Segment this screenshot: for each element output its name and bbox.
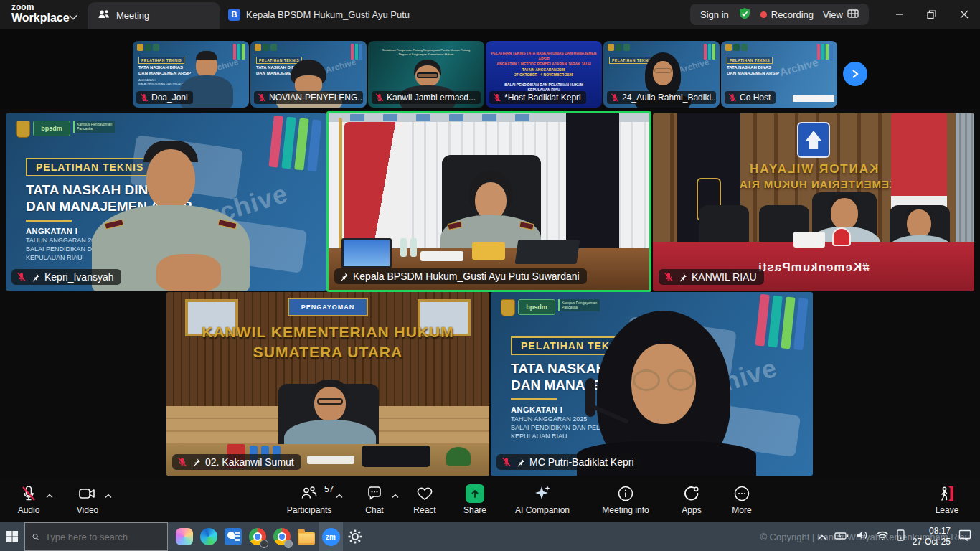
gallery-view-icon [847,9,859,21]
muted-mic-icon [728,93,737,102]
security-shield-icon[interactable] [738,7,751,22]
titlebar-actions: Sign in Recording View [690,4,869,25]
glasses [317,398,343,405]
windows-logo-icon [6,530,19,543]
tab-document[interactable]: B Kepala BPSDM Hukum_Gusti Ayu Putu [228,0,410,29]
apps-button[interactable]: Apps [676,483,707,515]
brand-zoom: zoom [11,3,70,12]
participants-button[interactable]: 57 Participants [278,483,340,515]
react-button[interactable]: React [409,483,440,515]
participant-name-label: Kepala BPSDM Hukum_Gusti Ayu Putu Suward… [334,268,587,284]
video-tile-kepri-ivansyah[interactable]: bpsdm Kampus Pengayoman Pancasila Archiv… [6,113,326,291]
view-button[interactable]: View [823,9,859,21]
tab-meeting[interactable]: Meeting [88,2,220,29]
leave-button[interactable]: Leave [931,483,963,515]
muted-mic-icon [493,93,501,102]
binder-spines [755,294,808,351]
thumbnail-row: PELATIHAN TEKNIS TATA NASKAH DINASDAN MA… [133,41,837,108]
audio-button[interactable]: Audio [13,483,44,515]
video-button[interactable]: Video [72,483,103,515]
video-thumbnail[interactable]: PELATIHAN TEKNIS Archive 24_Aulia Rahmi_… [603,41,720,108]
muted-mic-icon [611,93,619,102]
participant-name-label: 02. Kakanwil Sumut [172,454,301,470]
battery-icon[interactable] [834,530,849,543]
video-tile-kakanwil-sumut[interactable]: PENGAYOMAN KANWIL KEMENTERIAN HUKUM SUMA… [166,292,489,476]
monitor-screen [341,238,392,268]
video-tile-mc-putri[interactable]: bpsdm Kampus Pengayoman Pancasila Archiv… [491,292,813,476]
meeting-toolbar: Audio Video 57 Partic [0,478,980,522]
muted-mic-icon [501,457,512,467]
start-button[interactable] [0,522,24,551]
tab-meeting-label: Meeting [116,10,149,21]
glasses [654,68,672,73]
participant-name-label: MC Putri-Badiklat Kepri [496,454,641,470]
participants-options-chevron[interactable] [336,489,343,501]
taskbar-search[interactable] [24,522,168,551]
window-blinds [956,113,974,257]
hidden-icons-chevron[interactable] [818,530,826,543]
video-thumbnail[interactable]: PELATIHAN TEKNIS TATA NASKAH DINASDAN MA… [250,41,367,108]
binder-spines [268,116,321,172]
device-icon[interactable] [897,529,905,544]
close-button[interactable] [948,0,980,29]
document-tab-badge: B [228,9,240,21]
taskbar-chrome-icon-2[interactable] [270,522,294,551]
pengayoman-sign: PENGAYOMAN [288,298,368,316]
video-thumbnail[interactable]: PELATIHAN TEKNIS TATA NASKAH DINASDAN MA… [133,41,249,108]
taskbar-clock[interactable]: 08:17 27-Oct-25 [913,526,951,547]
taskbar-file-explorer-icon[interactable] [294,522,319,551]
zoom-workplace-logo: zoom Workplace [11,3,70,24]
taskbar-edge-icon[interactable] [197,522,221,551]
muted-mic-icon [258,93,266,102]
more-ellipsis-icon [733,483,750,504]
video-tile-kanwil-riau[interactable]: KANTOR WILAYAH KEMENTERIAN HUKUM RIAU #K… [653,113,974,291]
apps-icon [683,483,700,504]
next-participants-button[interactable] [843,62,867,86]
taskbar-office-icon[interactable] [221,522,245,551]
participant-name-label: Doa_Joni [136,91,193,104]
muted-mic-icon [17,272,27,282]
meeting-info-button[interactable]: Meeting info [594,483,657,515]
minimize-button[interactable] [883,0,915,29]
wall-text: KANWIL KEMENTERIAN HUKUM [166,324,489,341]
chat-options-chevron[interactable] [392,489,399,501]
recording-indicator[interactable]: Recording [760,9,814,20]
more-button[interactable]: More [726,483,758,515]
video-thumbnail[interactable]: PELATIHAN TEKNIS TATA NASKAH DINAS DAN M… [486,41,602,108]
volume-icon[interactable] [857,530,868,543]
chat-bubble-icon [366,483,383,504]
chevron-down-icon[interactable] [69,10,77,23]
video-thumbnail[interactable]: PELATIHAN TEKNIS TATA NASKAH DINASDAN MA… [721,41,837,108]
share-button[interactable]: Share [459,483,491,515]
pin-icon [678,273,687,282]
title-bar: zoom Workplace Meeting B Kepala BPSDM Hu… [0,0,980,29]
restore-button[interactable] [915,0,948,29]
video-thumbnail[interactable]: Sosialisasi Pengurusan Piutang Negara pa… [368,41,484,108]
tissue-box [793,232,825,248]
participant-name-label: KANWIL RIAU [659,269,764,285]
participant-name-label: *Host Badiklat Kepri [489,91,586,104]
pin-icon [31,273,40,282]
zoom-meeting-window: zoom Workplace Meeting B Kepala BPSDM Hu… [0,0,980,551]
window-controls [883,0,980,29]
taskbar-settings-icon[interactable] [343,522,367,551]
glasses [633,369,660,391]
meeting-people-icon [98,9,110,22]
bpsdm-logo: bpsdm [33,121,70,136]
bpsdm-logo: bpsdm [518,299,555,315]
taskbar-zoom-icon[interactable]: zm [319,522,343,551]
video-options-chevron[interactable] [105,489,112,501]
tissue-box [472,242,505,260]
sign-in-button[interactable]: Sign in [700,9,729,20]
pin-icon [516,458,525,467]
wifi-icon[interactable] [876,530,889,543]
chat-button[interactable]: Chat [359,483,390,515]
video-tile-active-speaker[interactable]: Kepala BPSDM Hukum_Gusti Ayu Putu Suward… [326,111,651,292]
search-input[interactable] [45,532,160,542]
action-center-icon[interactable] [958,529,971,544]
ai-companion-button[interactable]: AI Companion [509,483,575,515]
taskbar-chrome-icon[interactable] [245,522,270,551]
taskbar-copilot-icon[interactable] [172,522,197,551]
participant-name-label: Co Host [725,91,776,104]
audio-options-chevron[interactable] [46,489,53,501]
